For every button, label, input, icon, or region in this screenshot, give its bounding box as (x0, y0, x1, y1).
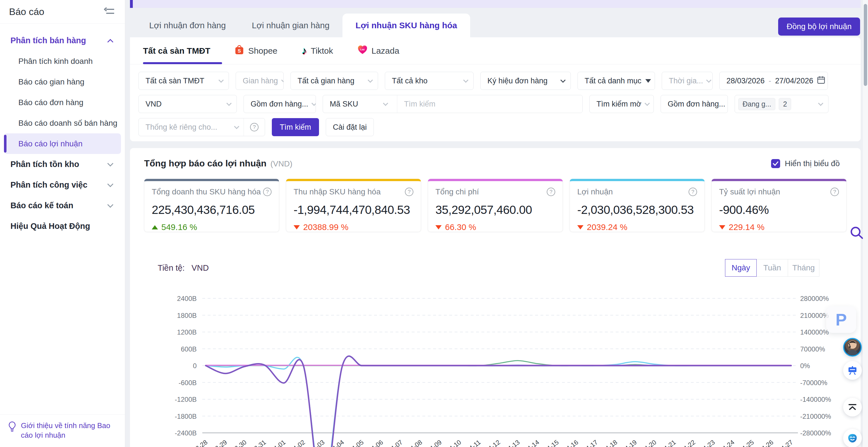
chevron-down-icon (463, 77, 468, 83)
currency-select[interactable]: VND (138, 95, 237, 113)
store-select[interactable]: Tất cả gian hàng (290, 72, 378, 90)
platform-label: Tiktok (311, 46, 333, 56)
sku-search-group: Mã SKU (323, 95, 583, 113)
time-select[interactable]: Thời gia... (662, 72, 713, 90)
summary-title-text: Tổng hợp báo cáo lợi nhuận (144, 158, 267, 169)
sidebar-section-sales[interactable]: Phân tích bán hàng (0, 30, 125, 51)
range-day-button[interactable]: Ngày (725, 259, 757, 277)
stat-delta-value: 66.30 % (445, 222, 476, 232)
checkbox-checked[interactable] (771, 159, 780, 168)
stat-delta: 549.16 % (152, 222, 272, 232)
platform-tab-tiktok[interactable]: ♪ Tiktok (302, 37, 333, 64)
section-label: Phân tích tồn kho (10, 160, 79, 169)
range-month-button[interactable]: Tháng (788, 259, 819, 277)
search-button[interactable]: Tìm kiếm (272, 118, 319, 136)
chat-support-button[interactable] (843, 429, 862, 447)
marketplace-select[interactable]: Tất cả sàn TMĐT (138, 72, 229, 90)
range-week-button[interactable]: Tuần (756, 259, 788, 277)
series-Lợi nhuận (206, 356, 791, 447)
notification-banner (130, 0, 861, 8)
chevron-down-icon (368, 77, 373, 83)
select-value: Ký hiệu đơn hàng (487, 76, 548, 85)
series-Thu nhập SKU hàng hóa (206, 356, 791, 447)
sidebar-section-tasks[interactable]: Phân tích công việc (0, 174, 125, 195)
sidebar-item-order-report[interactable]: Báo cáo đơn hàng (0, 92, 125, 113)
page-scrollbar[interactable] (863, 0, 868, 447)
y-axis-left-tick: 1800B (177, 312, 197, 319)
fuzzy-search-select[interactable]: Tìm kiếm mờ (589, 95, 654, 113)
select-value: Gồm đơn hàng... (668, 100, 725, 108)
item-label: Báo cáo doanh số bán hàng (19, 119, 117, 128)
scrollbar-thumb[interactable] (864, 4, 867, 86)
platform-tab-lazada[interactable]: Laz Lazada (358, 37, 399, 64)
status-multiselect[interactable]: Đang g... 2 (735, 95, 829, 113)
stat-delta: 20388.99 % (293, 222, 413, 232)
lazada-icon: Laz (358, 45, 368, 57)
tab-sku-profit[interactable]: Lợi nhuận SKU hàng hóa (342, 13, 470, 37)
stats-scope-select[interactable]: Thống kê riêng cho... ? (138, 118, 265, 136)
sidebar-item-sales-revenue-report[interactable]: Báo cáo doanh số bán hàng (0, 113, 125, 133)
date-range-picker[interactable]: 28/03/2026 - 27/04/2026 (719, 72, 828, 90)
summary-title: Tổng hợp báo cáo lợi nhuận (VND) (144, 158, 292, 169)
search-icon[interactable] (849, 225, 864, 241)
category-select[interactable]: Tất cả danh mục (578, 72, 655, 90)
scroll-to-top-button[interactable] (843, 398, 862, 416)
include-orders-select[interactable]: Gồm đơn hàng... (244, 95, 316, 113)
stat-delta: 66.30 % (435, 222, 555, 232)
sidebar-collapse-icon[interactable] (104, 6, 115, 17)
help-icon-wrap[interactable]: ? (244, 118, 265, 136)
range-switcher: Ngày Tuần Tháng (725, 259, 819, 277)
section-label: Phân tích công việc (10, 180, 87, 190)
currency-indicator: Tiền tệ: VND (158, 263, 209, 273)
sidebar-item-store-report[interactable]: Báo cáo gian hàng (0, 71, 125, 92)
select-value: Tất cả kho (392, 76, 428, 85)
stat-delta: 229.14 % (719, 222, 839, 232)
sku-search-input[interactable] (397, 95, 582, 113)
calendar-icon (817, 76, 825, 86)
presentation-icon-button[interactable] (843, 361, 862, 380)
sidebar-section-inventory[interactable]: Phân tích tồn kho (0, 154, 125, 174)
chevron-down-icon (560, 77, 565, 83)
platform-tab-all[interactable]: Tất cả sàn TMĐT (143, 37, 210, 64)
help-icon[interactable]: ? (547, 188, 555, 196)
item-label: Phân tích kinh doanh (19, 57, 93, 66)
sku-field-select[interactable]: Mã SKU (323, 95, 393, 113)
caret-down-icon (645, 79, 651, 83)
sidebar-section-accounting[interactable]: Báo cáo kế toán (0, 195, 125, 216)
currency-label: Tiền tệ: (158, 263, 185, 273)
warehouse-select[interactable]: Tất cả kho (385, 72, 473, 90)
y-axis-right-tick: 140000% (800, 328, 829, 336)
tab-order-profit[interactable]: Lợi nhuận đơn hàng (136, 13, 239, 37)
platform-tab-shopee[interactable]: S Shopee (235, 37, 277, 64)
tab-label: Lợi nhuận gian hàng (252, 21, 330, 30)
help-icon[interactable]: ? (405, 188, 413, 196)
store-label-select[interactable]: Gian hàng (236, 72, 284, 90)
date-from: 28/03/2026 (726, 76, 765, 85)
sync-profit-button[interactable]: Đồng bộ lợi nhuận (778, 18, 860, 36)
profit-line-chart: 2400B280000%1800B210000%1200B140000%600B… (147, 287, 848, 447)
support-avatar[interactable] (843, 338, 862, 357)
sidebar-item-profit-report[interactable]: Báo cáo lợi nhuận (4, 133, 121, 154)
reset-button[interactable]: Cài đặt lại (326, 118, 374, 136)
order-symbol-select[interactable]: Ký hiệu đơn hàng (480, 72, 571, 90)
sidebar-footer-link[interactable]: Giới thiệu về tính năng Bao cáo lợi nhuậ… (0, 415, 125, 447)
stat-value: -2,030,036,528,300.53 (577, 203, 697, 217)
summary-currency-note: (VND) (270, 159, 292, 168)
app-logo-watermark[interactable]: P (826, 306, 856, 333)
filter-rows: Tất cả sàn TMĐT Gian hàng Tất cả gian hà… (130, 64, 861, 136)
help-icon: ? (250, 123, 258, 131)
stat-title: Tổng chi phí (435, 187, 479, 196)
y-axis-left-tick: -2400B (175, 429, 197, 437)
include-orders-select-2[interactable]: Gồm đơn hàng... (661, 95, 728, 113)
help-icon[interactable]: ? (263, 188, 272, 196)
y-axis-right-tick: 0% (800, 362, 810, 370)
select-value: Thống kê riêng cho... (146, 123, 217, 132)
tab-store-profit[interactable]: Lợi nhuận gian hàng (239, 13, 342, 37)
sidebar-item-business-analysis[interactable]: Phân tích kinh doanh (0, 51, 125, 71)
help-icon[interactable]: ? (689, 188, 697, 196)
stat-title: Tổng doanh thu SKU hàng hóa (152, 187, 261, 196)
show-chart-checkbox-group[interactable]: Hiển thị biểu đồ (771, 159, 840, 168)
item-label: Báo cáo lợi nhuận (19, 139, 83, 148)
help-icon[interactable]: ? (830, 188, 839, 196)
sidebar-section-performance[interactable]: Hiệu Quả Hoạt Động (0, 216, 125, 236)
